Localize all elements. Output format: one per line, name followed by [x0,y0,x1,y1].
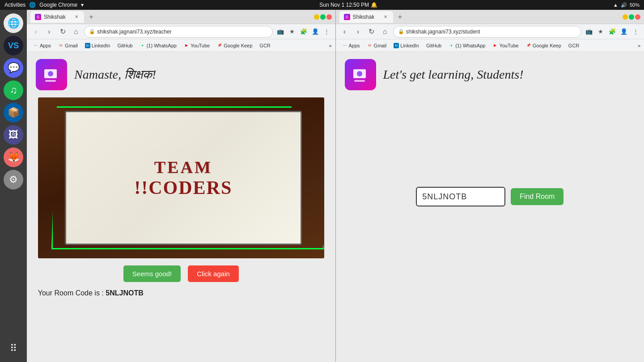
shikshak-logo-student [345,59,376,90]
bookmark-github-teacher[interactable]: GitHub [114,42,135,49]
teacher-greeting: Namaste, शिक्षक! [74,67,156,82]
maximize-student[interactable] [629,14,634,20]
tab-shikshak-student[interactable]: S Shikshak ✕ [339,11,393,23]
os-topbar: Activities 🌐 Google Chrome ▾ Sun Nov 1 1… [0,0,644,10]
home-btn-teacher[interactable]: ⌂ [71,26,81,37]
tab-close-teacher[interactable]: ✕ [73,14,80,20]
browser-name: Google Chrome [39,2,77,8]
whiteboard-display: TEAM !!CODERS [65,111,302,245]
bookmark-github-student[interactable]: GitHub [424,42,444,49]
ext-btn-teacher[interactable]: 🧩 [299,27,309,37]
bookmark-youtube-teacher[interactable]: ▶ YouTube [181,42,212,49]
minimize-student[interactable] [623,14,628,20]
taskbar-sidebar: 🌐 VS 💬 ♫ 📦 🖼 🦊 ⚙ ⠿ [0,10,27,362]
home-btn-student[interactable]: ⌂ [380,26,390,37]
virtualbox-icon[interactable]: 📦 [4,103,23,122]
seems-good-button[interactable]: Seems good! [123,265,181,282]
profile-btn-student[interactable]: 👤 [619,27,629,37]
bookmarks-bar-teacher: ⋯ Apps M Gmail in LinkedIn GitHub ● (1) … [27,39,335,52]
svg-rect-3 [45,80,56,82]
tab-label-student: Shikshak [353,14,375,20]
firefox-icon[interactable]: 🦊 [4,147,23,167]
apps-favicon-s: ⋯ [342,43,347,48]
youtube-favicon: ▶ [184,43,189,48]
room-code-input[interactable] [416,187,505,206]
youtube-favicon-s: ▶ [492,43,498,48]
camera-feed: TEAM !!CODERS [38,97,324,258]
tab-shikshak-teacher[interactable]: S Shikshak ✕ [30,11,84,23]
spotify-icon[interactable]: ♫ [4,80,23,100]
url-student: shikshak.jagnani73.xyz/student [406,29,480,35]
address-bar-teacher[interactable]: 🔒 shikshak.jagnani73.xyz/teacher [84,26,273,38]
bookmark-whatsapp-student[interactable]: ● (1) WhatsApp [446,42,488,49]
teacher-header: Namaste, शिक्षक! [27,52,335,97]
apps-favicon: ⋯ [33,43,38,48]
bookmark-keep-teacher[interactable]: 📌 Google Keep [214,42,255,49]
bookmark-youtube-student[interactable]: ▶ YouTube [490,42,521,49]
browser-window-student: S Shikshak ✕ + ‹ › ↻ ⌂ 🔒 shikshak.jagnan… [336,10,644,362]
ext-btn-student[interactable]: 🧩 [607,27,617,37]
click-again-button[interactable]: Click again [188,265,238,282]
vscode-icon[interactable]: VS [4,36,23,55]
browsers-container: S Shikshak ✕ + ‹ › ↻ ⌂ 🔒 shikshak.jagnan… [27,10,644,362]
back-btn-teacher[interactable]: ‹ [30,26,41,37]
reload-btn-teacher[interactable]: ↻ [57,26,68,37]
student-room-finder: Find Room [416,187,564,206]
whatsapp-favicon: ● [140,43,145,48]
maximize-teacher[interactable] [320,14,326,20]
lock-icon-teacher: 🔒 [89,29,95,34]
forward-btn-student[interactable]: › [353,26,364,37]
camera-section: TEAM !!CODERS Seems good! Click again Yo… [38,97,324,297]
bookmarks-more-student[interactable]: » [638,43,640,48]
bookmark-keep-student[interactable]: 📌 Google Keep [523,42,564,49]
bookmark-linkedin-teacher[interactable]: in LinkedIn [82,42,113,49]
minimize-teacher[interactable] [314,14,319,20]
wb-text-team: TEAM [154,157,212,177]
profile-btn-teacher[interactable]: 👤 [310,27,320,37]
close-student[interactable] [635,14,640,20]
settings-icon[interactable]: ⚙ [4,170,23,189]
bookmark-apps-student[interactable]: ⋯ Apps [339,42,363,49]
bookmark-apps-teacher[interactable]: ⋯ Apps [30,42,54,49]
bookmark-btn-student[interactable]: ★ [596,27,606,37]
reload-btn-student[interactable]: ↻ [366,26,377,37]
cast-btn-student[interactable]: 📺 [584,27,594,37]
find-room-button[interactable]: Find Room [511,188,564,205]
lock-icon-student: 🔒 [398,29,404,34]
linkedin-favicon: in [85,43,90,48]
address-bar-student[interactable]: 🔒 shikshak.jagnani73.xyz/student [393,26,582,38]
new-tab-teacher[interactable]: + [86,12,97,22]
apps-icon[interactable]: ⠿ [4,339,23,358]
menu-btn-student[interactable]: ⋮ [631,27,640,37]
title-bar-left: S Shikshak ✕ + [27,10,335,24]
bookmark-whatsapp-teacher[interactable]: ● (1) WhatsApp [137,42,179,49]
nav-bar-teacher: ‹ › ↻ ⌂ 🔒 shikshak.jagnani73.xyz/teacher… [27,24,335,39]
tab-close-student[interactable]: ✕ [382,14,389,20]
bookmark-gmail-teacher[interactable]: M Gmail [55,42,80,49]
svg-rect-7 [354,80,365,82]
bookmark-gcr-student[interactable]: GCR [566,42,582,49]
keep-favicon-s: 📌 [526,43,531,48]
bookmark-gmail-student[interactable]: M Gmail [364,42,390,49]
bookmarks-bar-student: ⋯ Apps M Gmail in LinkedIn GitHub ● (1) … [336,39,644,52]
room-code-label: Your Room Code is : [38,289,104,297]
bookmark-btn-teacher[interactable]: ★ [287,27,297,37]
close-teacher[interactable] [326,14,332,20]
bookmark-gcr-teacher[interactable]: GCR [257,42,273,49]
screenshot-icon[interactable]: 🖼 [4,125,23,145]
chrome-icon[interactable]: 🌐 [4,13,23,33]
whatsapp-favicon-s: ● [449,43,454,48]
new-tab-student[interactable]: + [395,12,406,22]
activities-label[interactable]: Activities [4,2,25,8]
dropdown-arrow: ▾ [81,2,84,8]
forward-btn-teacher[interactable]: › [44,26,55,37]
tab-favicon-teacher: S [35,14,41,20]
discord-icon[interactable]: 💬 [4,58,23,78]
cast-btn-teacher[interactable]: 📺 [275,27,285,37]
back-btn-student[interactable]: ‹ [339,26,350,37]
bookmarks-more-teacher[interactable]: » [329,43,331,48]
tab-favicon-student: S [344,14,350,20]
bookmark-linkedin-student[interactable]: in LinkedIn [391,42,422,49]
linkedin-favicon-s: in [394,43,399,48]
menu-btn-teacher[interactable]: ⋮ [322,27,332,37]
